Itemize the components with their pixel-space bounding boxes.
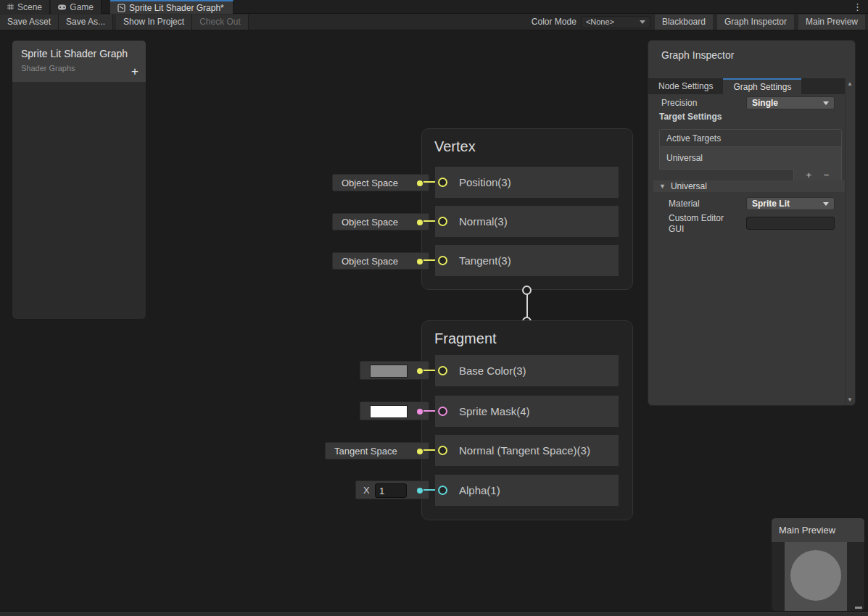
normal-block-row[interactable]: Normal(3) xyxy=(435,206,619,237)
normal-ts-block-label: Normal (Tangent Space)(3) xyxy=(459,444,590,457)
custom-editor-gui-label: Custom Editor GUI xyxy=(669,213,741,235)
normal-port-icon[interactable] xyxy=(438,217,447,226)
base-color-block-row[interactable]: Base Color(3) xyxy=(435,355,619,386)
base-color-value-chip[interactable] xyxy=(360,361,429,380)
normal-ts-space-chip[interactable]: Tangent Space xyxy=(325,442,429,459)
alpha-port-icon[interactable] xyxy=(438,486,447,495)
fragment-row-alpha: X Alpha(1) xyxy=(0,475,868,506)
tangent-space-label: Object Space xyxy=(333,256,398,267)
fragment-node-title: Fragment xyxy=(434,330,497,347)
active-targets-box: Active Targets Universal xyxy=(659,129,842,170)
inspector-scrollbar[interactable]: ▲ ▼ xyxy=(845,78,855,405)
precision-dropdown[interactable]: Single xyxy=(746,96,835,109)
normal-ts-block-row[interactable]: Normal (Tangent Space)(3) xyxy=(435,435,619,466)
base-color-swatch[interactable] xyxy=(370,365,408,378)
blackboard-title: Sprite Lit Shader Graph xyxy=(21,48,137,59)
tab-node-settings[interactable]: Node Settings xyxy=(648,78,723,94)
scroll-down-icon[interactable]: ▼ xyxy=(847,396,853,403)
tab-graph-settings-label: Graph Settings xyxy=(733,82,791,92)
main-preview-title: Main Preview xyxy=(772,518,864,542)
shader-graph-window: Scene Game Sprite Lit Shader Graph* ⋮ Sa… xyxy=(0,0,868,616)
tangent-block-row[interactable]: Tangent(3) xyxy=(435,245,619,276)
alpha-value-input[interactable] xyxy=(375,483,407,498)
target-list-item[interactable]: Universal xyxy=(660,147,841,169)
tab-node-settings-label: Node Settings xyxy=(658,81,713,91)
sprite-mask-port-dot xyxy=(417,409,423,415)
position-port-icon[interactable] xyxy=(438,178,447,187)
window-bottom-edge xyxy=(0,612,868,616)
add-target-button[interactable]: + xyxy=(806,170,812,180)
alpha-block-row[interactable]: Alpha(1) xyxy=(435,475,619,506)
universal-foldout-label: Universal xyxy=(671,181,707,191)
normal-space-port-dot xyxy=(417,220,423,225)
alpha-value-chip: X xyxy=(355,480,429,499)
alpha-port-dot xyxy=(417,488,423,494)
active-targets-header: Active Targets xyxy=(660,130,841,147)
sprite-mask-port-icon[interactable] xyxy=(438,407,447,416)
sprite-mask-value-chip[interactable] xyxy=(360,401,429,420)
normal-ts-space-label: Tangent Space xyxy=(326,446,397,457)
alpha-block-label: Alpha(1) xyxy=(459,484,500,496)
dropdown-caret-icon xyxy=(823,101,829,105)
material-dropdown[interactable]: Sprite Lit xyxy=(746,197,835,210)
foldout-arrow-icon: ▼ xyxy=(659,183,666,190)
sprite-mask-swatch[interactable] xyxy=(370,405,408,418)
tab-graph-settings[interactable]: Graph Settings xyxy=(723,78,801,94)
dropdown-caret-icon xyxy=(823,202,829,206)
base-color-port-dot xyxy=(417,368,423,374)
tangent-space-chip[interactable]: Object Space xyxy=(332,252,429,270)
normal-space-chip[interactable]: Object Space xyxy=(332,213,429,230)
preview-sphere xyxy=(790,550,841,601)
position-block-label: Position(3) xyxy=(459,176,511,188)
fragment-row-normal-ts: Tangent Space Normal (Tangent Space)(3) xyxy=(0,435,868,466)
normal-block-label: Normal(3) xyxy=(459,215,508,228)
blackboard-header[interactable]: Sprite Lit Shader Graph Shader Graphs + xyxy=(12,41,146,82)
position-space-port-dot xyxy=(417,180,423,186)
precision-label: Precision xyxy=(661,98,697,108)
main-preview-panel: Main Preview xyxy=(771,517,865,612)
universal-foldout[interactable]: ▼ Universal xyxy=(653,180,851,192)
custom-editor-gui-field[interactable] xyxy=(746,217,835,230)
position-space-chip[interactable]: Object Space xyxy=(332,174,429,191)
base-color-block-label: Base Color(3) xyxy=(459,365,526,377)
base-color-port-icon[interactable] xyxy=(438,366,447,375)
scroll-up-icon[interactable]: ▲ xyxy=(847,80,853,87)
graph-canvas[interactable]: Sprite Lit Shader Graph Shader Graphs + … xyxy=(0,0,868,616)
precision-value: Single xyxy=(752,98,778,108)
tangent-space-port-dot xyxy=(417,259,423,265)
vertex-fragment-edge xyxy=(526,294,528,318)
sprite-mask-block-label: Sprite Mask(4) xyxy=(459,405,530,417)
blackboard-subtitle: Shader Graphs xyxy=(21,64,137,72)
blackboard-add-button[interactable]: + xyxy=(131,65,139,78)
graph-inspector-tabs: Node Settings Graph Settings xyxy=(648,78,846,94)
material-label: Material xyxy=(669,199,700,209)
resize-handle[interactable] xyxy=(855,607,862,609)
sprite-mask-block-row[interactable]: Sprite Mask(4) xyxy=(435,396,619,427)
normal-ts-port-dot xyxy=(417,449,423,454)
vertex-out-port-icon[interactable] xyxy=(522,286,532,295)
tangent-block-label: Tangent(3) xyxy=(459,254,511,267)
normal-ts-port-icon[interactable] xyxy=(438,446,447,455)
graph-inspector-title: Graph Inspector xyxy=(661,49,734,61)
vertex-node-title: Vertex xyxy=(434,138,476,155)
alpha-x-label: X xyxy=(363,485,370,496)
target-settings-label: Target Settings xyxy=(659,112,722,122)
position-space-label: Object Space xyxy=(333,178,398,188)
material-value: Sprite Lit xyxy=(752,199,790,209)
tangent-port-icon[interactable] xyxy=(438,256,447,265)
normal-space-label: Object Space xyxy=(333,217,398,228)
position-block-row[interactable]: Position(3) xyxy=(435,167,619,198)
graph-inspector-panel: Graph Inspector Node Settings Graph Sett… xyxy=(648,40,856,406)
remove-target-button[interactable]: − xyxy=(824,170,830,180)
main-preview-viewport[interactable] xyxy=(785,542,847,612)
